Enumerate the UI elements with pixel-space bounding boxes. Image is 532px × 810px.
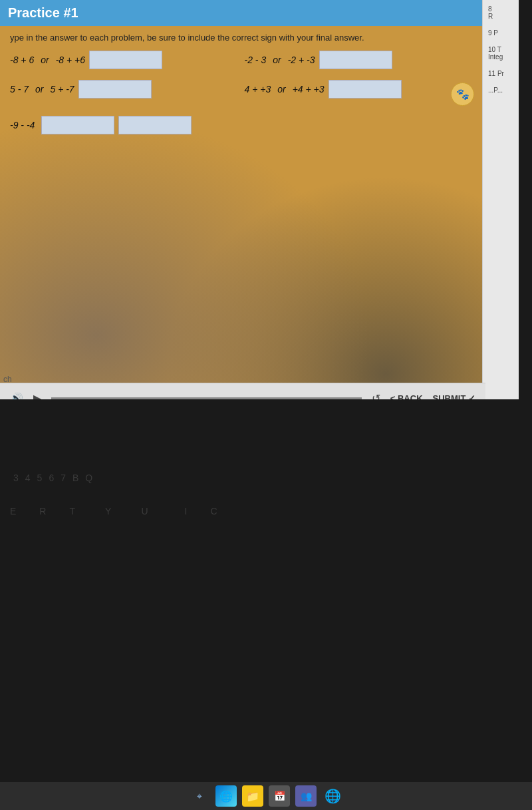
p3-left-expr: 5 - 7	[10, 84, 29, 95]
problem-4: 4 + +3 or +4 + +3	[245, 80, 473, 99]
taskbar-icon-teams[interactable]: 👥	[295, 785, 317, 807]
p3-answer-input[interactable]	[78, 80, 152, 99]
taskbar-icon-chrome[interactable]: 🌐	[322, 785, 343, 807]
instruction-text: ype in the answer to each problem, be su…	[10, 33, 472, 43]
taskbar-icon-explorer[interactable]: 📁	[242, 785, 263, 807]
p2-answer-input[interactable]	[319, 51, 392, 69]
p1-answer-input[interactable]	[89, 51, 162, 69]
problem-5: -9 - -4	[10, 116, 238, 134]
p3-right-expr: 5 + -7	[50, 84, 74, 95]
p4-or: or	[277, 84, 285, 95]
kb-row-numbers: 34567BQ	[13, 473, 92, 483]
p1-left-expr: -8 + 6	[10, 55, 34, 65]
p1-or: or	[41, 55, 49, 65]
p5-answer-input[interactable]	[41, 116, 114, 134]
problem-3: 5 - 7 or 5 + -7	[10, 80, 238, 99]
p4-left-expr: 4 + +3	[245, 84, 271, 95]
p4-right-expr: +4 + +3	[293, 84, 325, 95]
p3-or: or	[35, 84, 43, 95]
p2-right-expr: -2 + -3	[288, 55, 315, 65]
p5-answer-input-2[interactable]	[118, 116, 192, 134]
problems-grid: -8 + 6 or -8 + +6 -2 - 3 or -2 + -3 5 - …	[10, 51, 472, 134]
taskbar-icon-edge[interactable]: 🌐	[215, 785, 237, 807]
sidebar-item-11[interactable]: 11 Pr	[486, 68, 515, 79]
taskbar-icon-start[interactable]: ⌖	[189, 785, 210, 807]
hero-icon: 🐾	[451, 83, 474, 106]
right-sidebar: 8R 9 P 10 TInteg 11 Pr ...P...	[482, 0, 519, 413]
kb-row-letters: E R T Y U I C	[10, 506, 217, 516]
p2-or: or	[273, 55, 281, 65]
sidebar-item-more[interactable]: ...P...	[486, 85, 515, 96]
practice-area: 🐾 ype in the answer to each problem, be …	[0, 26, 482, 413]
p1-right-expr: -8 + +6	[56, 55, 85, 65]
p4-answer-input[interactable]	[329, 80, 402, 99]
title-bar: Practice #1	[0, 0, 482, 26]
svg-text:🐾: 🐾	[456, 88, 469, 101]
practice-title: Practice #1	[8, 5, 78, 20]
keyboard-area: ⏻ 34567BQ E R T Y U I C	[0, 399, 532, 782]
sidebar-item-9[interactable]: 9 P	[486, 27, 515, 39]
sidebar-item-10[interactable]: 10 TInteg	[486, 44, 515, 63]
taskbar-icon-calendar[interactable]: 📅	[269, 785, 290, 807]
problem-1: -8 + 6 or -8 + +6	[10, 51, 238, 69]
problem-2: -2 - 3 or -2 + -3	[245, 51, 473, 69]
taskbar: ⌖ 🌐 📁 📅 👥 🌐	[0, 782, 532, 810]
sidebar-item-8[interactable]: 8R	[486, 3, 515, 22]
footer-label: ch	[3, 375, 12, 384]
p2-left-expr: -2 - 3	[245, 55, 267, 65]
p5-left-expr: -9 - -4	[10, 120, 35, 130]
